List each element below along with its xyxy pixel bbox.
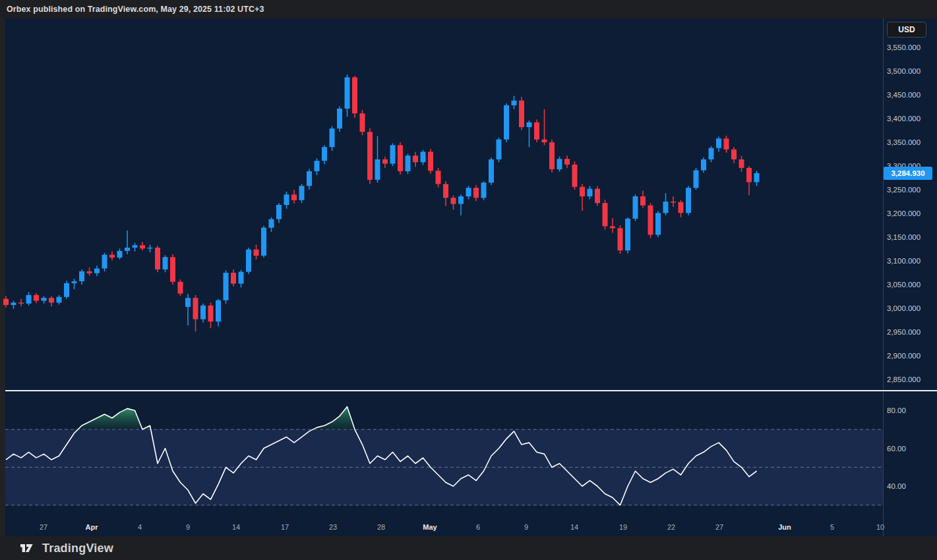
pane-separator-handle[interactable]: [5, 390, 937, 391]
price-tick-label: 3,100.000: [887, 256, 921, 266]
price-tick-label: 3,400.000: [887, 114, 921, 123]
currency-badge[interactable]: USD: [887, 22, 926, 38]
price-tick-label: 3,550.000: [887, 43, 921, 52]
footer-bar: TradingView: [0, 536, 937, 560]
rsi-tick-label: 60.00: [887, 444, 906, 453]
price-axis-border: [883, 18, 884, 536]
tradingview-wordmark[interactable]: TradingView: [42, 542, 113, 555]
price-tick-label: 2,900.000: [887, 351, 921, 360]
time-tick-day: 19: [619, 522, 627, 532]
price-tick-label: 3,200.000: [887, 209, 921, 218]
time-tick-day: 17: [281, 522, 289, 532]
tradingview-logo-icon[interactable]: [20, 542, 38, 554]
time-tick-day: 5: [830, 522, 834, 532]
last-price-value: 3,284.930: [891, 169, 924, 177]
time-tick-day: 9: [524, 522, 528, 532]
time-tick-month: May: [423, 522, 437, 532]
rsi-tick-label: 40.00: [887, 482, 906, 491]
rsi-tick-label: 80.00: [887, 406, 906, 415]
chart-page: Orbex published on TradingView.com, May …: [0, 0, 937, 560]
last-price-label: 3,284.930: [884, 167, 932, 180]
time-tick-day: 22: [667, 522, 675, 532]
price-tick-label: 3,250.000: [887, 185, 921, 194]
time-tick-day: 4: [138, 522, 142, 532]
price-tick-label: 3,150.000: [887, 233, 921, 242]
currency-badge-label: USD: [898, 25, 915, 34]
time-tick-day: 23: [329, 522, 337, 532]
time-tick-day: 14: [232, 522, 240, 532]
time-tick-day: 6: [476, 522, 480, 532]
chart-surface[interactable]: [5, 18, 937, 536]
time-tick-month: Jun: [778, 522, 791, 532]
time-tick-day: 27: [715, 522, 723, 532]
price-tick-label: 3,450.000: [887, 90, 921, 99]
price-tick-label: 3,000.000: [887, 304, 921, 313]
time-tick-day: 27: [40, 522, 47, 532]
time-tick-day: 10: [876, 522, 884, 532]
time-tick-day: 28: [377, 522, 385, 532]
price-tick-label: 3,350.000: [887, 138, 921, 147]
time-tick-day: 14: [570, 522, 578, 532]
price-tick-label: 3,050.000: [887, 280, 921, 289]
time-tick-month: Apr: [86, 522, 98, 532]
price-tick-label: 3,500.000: [887, 67, 921, 76]
attribution-bar: Orbex published on TradingView.com, May …: [0, 0, 937, 18]
price-tick-label: 2,850.000: [887, 375, 921, 384]
price-tick-label: 2,950.000: [887, 327, 921, 337]
attribution-text: Orbex published on TradingView.com, May …: [7, 5, 264, 14]
time-tick-day: 9: [186, 522, 190, 532]
